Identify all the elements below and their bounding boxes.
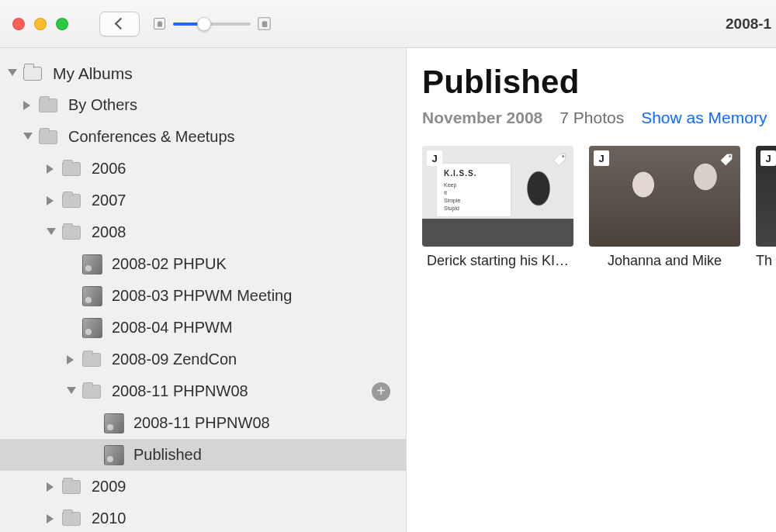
- sidebar-item[interactable]: 2007: [0, 185, 406, 216]
- sidebar-item-label: 2006: [92, 160, 406, 178]
- sidebar-item-label: 2008-11 PHPNW08: [133, 414, 406, 432]
- thumbnail-large-icon[interactable]: [258, 17, 271, 30]
- folder-icon: [39, 98, 57, 112]
- disclosure-triangle-icon[interactable]: [47, 228, 56, 237]
- zoom-window-button[interactable]: [56, 18, 68, 30]
- photo-caption: Johanna and Mike: [589, 253, 740, 269]
- photo-card: JTh: [756, 146, 776, 269]
- content-area: My Albums By OthersConferences & Meetups…: [0, 48, 776, 532]
- disclosure-triangle-icon[interactable]: [23, 101, 33, 110]
- disclosure-triangle-icon[interactable]: [47, 482, 56, 492]
- zoom-slider[interactable]: [173, 22, 251, 26]
- sidebar-header-my-albums[interactable]: My Albums: [0, 57, 406, 89]
- sidebar-item-label: 2008-11 PHPNW08: [112, 382, 367, 400]
- folder-icon: [82, 353, 101, 367]
- titlebar: 2008-1: [0, 0, 776, 48]
- albums-folder-icon: [23, 67, 42, 81]
- sidebar-item-label: 2008-04 PHPWM: [112, 319, 406, 337]
- folder-icon: [62, 512, 81, 526]
- sidebar-item-label: 2010: [92, 510, 406, 527]
- photo-thumbnail[interactable]: J: [589, 146, 740, 247]
- add-album-button[interactable]: +: [372, 382, 390, 401]
- svg-point-1: [729, 155, 731, 157]
- album-view: Published November 2008 7 Photos Show as…: [407, 48, 776, 532]
- album-photo-count: 7 Photos: [559, 109, 624, 127]
- sidebar-item-label: 2008-03 PHPWM Meeting: [112, 287, 406, 305]
- photo-thumbnail[interactable]: J: [756, 146, 776, 247]
- sidebar-tree: By OthersConferences & Meetups2006200720…: [0, 89, 406, 532]
- sidebar-item[interactable]: 2009: [0, 471, 406, 503]
- svg-point-0: [562, 155, 564, 157]
- album-title: Published: [422, 64, 776, 101]
- sidebar-item[interactable]: 2008: [0, 216, 406, 248]
- sidebar-item[interactable]: 2008-11 PHPNW08+: [0, 375, 406, 407]
- slide-title: K.I.S.S.: [444, 169, 476, 178]
- disclosure-triangle-icon[interactable]: [47, 514, 56, 523]
- album-meta-row: November 2008 7 Photos Show as Memory: [422, 109, 776, 127]
- thumbnail-zoom-control: [154, 18, 270, 29]
- sidebar-item[interactable]: 2008-09 ZendCon: [0, 344, 406, 375]
- sidebar-item-label: By Others: [68, 96, 406, 114]
- back-button[interactable]: [99, 12, 140, 36]
- album-thumbnail-icon: [104, 445, 124, 465]
- disclosure-triangle-icon[interactable]: [8, 69, 17, 78]
- close-window-button[interactable]: [12, 18, 25, 30]
- photo-card: JJohanna and Mike: [589, 146, 740, 269]
- photo-caption: Th: [756, 253, 776, 269]
- window-title-text: 2008-1: [726, 16, 771, 33]
- photo-thumbnail[interactable]: JK.I.S.S.KeepItSimpleStupid: [422, 146, 573, 247]
- photo-caption: Derick starting his KI…: [422, 253, 573, 269]
- sidebar: My Albums By OthersConferences & Meetups…: [0, 48, 407, 532]
- photo-format-badge: J: [427, 150, 442, 166]
- sidebar-item-label: Conferences & Meetups: [68, 128, 406, 146]
- disclosure-triangle-icon[interactable]: [67, 387, 76, 396]
- minimize-window-button[interactable]: [34, 18, 47, 30]
- album-thumbnail-icon: [82, 318, 102, 338]
- album-thumbnail-icon: [82, 286, 102, 306]
- sidebar-item[interactable]: Conferences & Meetups: [0, 121, 406, 153]
- sidebar-item[interactable]: 2010: [0, 503, 406, 532]
- photo-format-badge: J: [760, 150, 776, 166]
- album-thumbnail-icon: [82, 254, 102, 275]
- folder-icon: [39, 130, 57, 144]
- disclosure-triangle-icon[interactable]: [23, 133, 33, 142]
- album-date: November 2008: [422, 109, 542, 127]
- sidebar-item[interactable]: 2008-04 PHPWM: [0, 312, 406, 344]
- folder-icon: [62, 194, 81, 208]
- sidebar-item[interactable]: 2008-03 PHPWM Meeting: [0, 280, 406, 312]
- sidebar-item-label: 2009: [92, 478, 406, 496]
- sidebar-item[interactable]: By Others: [0, 89, 406, 121]
- disclosure-triangle-icon[interactable]: [47, 164, 56, 174]
- zoom-slider-knob[interactable]: [197, 17, 211, 31]
- show-as-memory-link[interactable]: Show as Memory: [641, 109, 767, 127]
- thumbnail-small-icon[interactable]: [154, 18, 165, 29]
- sidebar-item[interactable]: 2008-02 PHPUK: [0, 248, 406, 280]
- slide-bullets: KeepItSimpleStupid: [444, 181, 460, 212]
- sidebar-item-label: 2007: [92, 192, 406, 209]
- sidebar-item-label: 2008-02 PHPUK: [112, 255, 406, 273]
- photo-card: JK.I.S.S.KeepItSimpleStupidDerick starti…: [422, 146, 573, 269]
- photo-grid: JK.I.S.S.KeepItSimpleStupidDerick starti…: [422, 146, 776, 269]
- folder-icon: [62, 480, 81, 494]
- photo-format-badge: J: [594, 150, 609, 166]
- folder-icon: [82, 385, 101, 399]
- sidebar-item[interactable]: Published: [0, 439, 406, 471]
- sidebar-item-label: 2008: [92, 223, 406, 241]
- keyword-tag-icon[interactable]: [719, 152, 734, 168]
- sidebar-item-label: Published: [133, 446, 406, 464]
- sidebar-item[interactable]: 2008-11 PHPNW08: [0, 407, 406, 439]
- disclosure-triangle-icon[interactable]: [67, 355, 76, 364]
- sidebar-item-label: 2008-09 ZendCon: [112, 351, 406, 368]
- album-thumbnail-icon: [104, 413, 124, 434]
- sidebar-header-label: My Albums: [53, 64, 406, 83]
- chevron-left-icon: [115, 18, 127, 30]
- sidebar-item[interactable]: 2006: [0, 153, 406, 185]
- window-controls: [12, 18, 68, 30]
- folder-icon: [62, 162, 81, 176]
- window-title: 2008-1: [726, 0, 776, 48]
- disclosure-triangle-icon[interactable]: [47, 196, 56, 206]
- keyword-tag-icon[interactable]: [552, 152, 567, 168]
- folder-icon: [62, 226, 81, 240]
